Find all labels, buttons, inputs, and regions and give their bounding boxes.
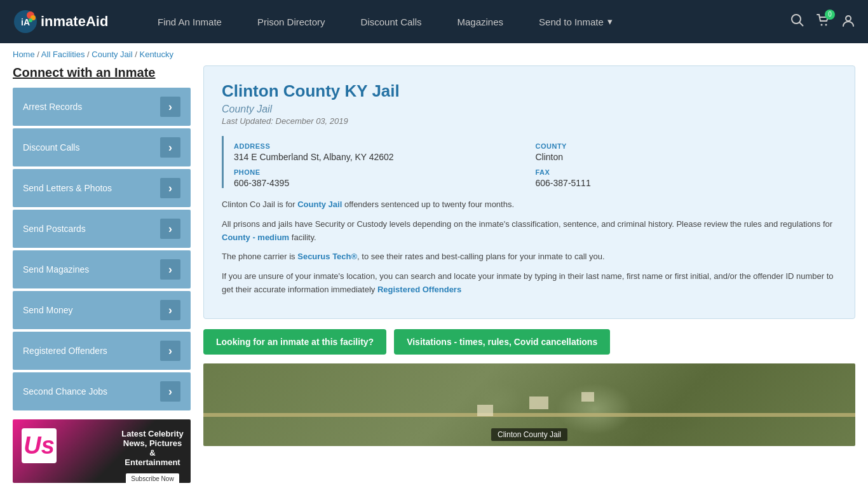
arrow-icon: ›: [160, 300, 180, 320]
action-buttons: Looking for an inmate at this facility? …: [203, 329, 855, 355]
logo-icon: iA: [13, 9, 38, 34]
facility-info-grid: ADDRESS 314 E Cumberland St, Albany, KY …: [222, 136, 837, 188]
fax-value: 606-387-5111: [536, 178, 837, 188]
arrow-icon: ›: [160, 381, 180, 402]
phone-value: 606-387-4395: [234, 178, 536, 188]
facility-desc-3: The phone carrier is Securus Tech®, to s…: [222, 250, 837, 264]
facility-desc-4: If you are unsure of your inmate's locat…: [222, 270, 837, 297]
facility-last-updated: Last Updated: December 03, 2019: [222, 116, 837, 126]
svg-point-8: [825, 24, 827, 25]
ad-text: Latest Celebrity News, Pictures & Entert…: [121, 429, 184, 483]
address-label: ADDRESS: [234, 142, 536, 150]
sidebar-item-arrest-records[interactable]: Arrest Records ›: [13, 88, 191, 126]
cart-count: 0: [825, 10, 835, 20]
arrow-icon: ›: [160, 178, 180, 198]
sidebar-item-second-chance-jobs[interactable]: Second Chance Jobs ›: [13, 372, 191, 410]
main-content: Clinton County KY Jail County Jail Last …: [203, 65, 855, 483]
sidebar-title: Connect with an Inmate: [13, 65, 191, 80]
sidebar-item-discount-calls[interactable]: Discount Calls ›: [13, 128, 191, 166]
cart-icon[interactable]: 0: [816, 13, 830, 30]
breadcrumb: Home / All Facilities / County Jail / Ke…: [0, 43, 868, 65]
nav-magazines[interactable]: Magazines: [439, 0, 521, 43]
logo[interactable]: iA inmateAid: [13, 9, 114, 34]
svg-point-7: [821, 24, 823, 25]
map-building: [529, 396, 548, 409]
sidebar-ad[interactable]: Us Latest Celebrity News, Pictures & Ent…: [13, 419, 191, 483]
svg-point-4: [29, 18, 32, 22]
securus-link[interactable]: Securus Tech®: [297, 252, 357, 261]
nav-discount-calls[interactable]: Discount Calls: [343, 0, 440, 43]
visitations-button[interactable]: Visitations - times, rules, Covid cancel…: [394, 329, 610, 355]
breadcrumb-county-jail[interactable]: County Jail: [92, 50, 132, 59]
svg-text:iA: iA: [21, 17, 30, 27]
breadcrumb-kentucky[interactable]: Kentucky: [139, 50, 173, 59]
facility-desc-2: All prisons and jails have Security or C…: [222, 218, 837, 245]
arrow-icon: ›: [160, 97, 180, 117]
county-block: COUNTY Clinton: [536, 136, 837, 162]
find-inmate-button[interactable]: Looking for an inmate at this facility?: [203, 329, 386, 355]
sidebar-item-send-money[interactable]: Send Money ›: [13, 291, 191, 329]
nav-prison-directory[interactable]: Prison Directory: [240, 0, 343, 43]
county-medium-link[interactable]: County - medium: [222, 233, 289, 242]
facility-desc-1: Clinton Co Jail is for County Jail offen…: [222, 198, 837, 212]
breadcrumb-home[interactable]: Home: [13, 50, 35, 59]
map-road-horizontal: [203, 413, 855, 417]
svg-point-5: [792, 15, 801, 24]
sidebar-item-send-letters[interactable]: Send Letters & Photos ›: [13, 169, 191, 207]
header: iA inmateAid Find An Inmate Prison Direc…: [0, 0, 868, 43]
nav-send-to-inmate[interactable]: Send to Inmate ▾: [521, 0, 630, 43]
nav-find-inmate[interactable]: Find An Inmate: [140, 0, 240, 43]
address-block: ADDRESS 314 E Cumberland St, Albany, KY …: [234, 136, 536, 162]
arrow-icon: ›: [160, 259, 180, 280]
arrow-icon: ›: [160, 341, 180, 361]
main-nav: Find An Inmate Prison Directory Discount…: [140, 0, 784, 43]
breadcrumb-all-facilities[interactable]: All Facilities: [41, 50, 85, 59]
ad-logo: Us: [22, 428, 57, 463]
county-jail-link[interactable]: County Jail: [297, 200, 342, 209]
fax-block: FAX 606-387-5111: [536, 162, 837, 188]
main-layout: Connect with an Inmate Arrest Records › …: [0, 65, 868, 488]
map-building-2: [581, 392, 594, 402]
facility-card: Clinton County KY Jail County Jail Last …: [203, 65, 855, 319]
facility-type: County Jail: [222, 104, 837, 115]
arrow-icon: ›: [160, 137, 180, 158]
map-label: Clinton County Jail: [491, 428, 567, 441]
sidebar-item-registered-offenders[interactable]: Registered Offenders ›: [13, 332, 191, 370]
phone-block: PHONE 606-387-4395: [234, 162, 536, 188]
ad-subscribe-button[interactable]: Subscribe Now: [126, 473, 179, 483]
dropdown-arrow-icon: ▾: [607, 16, 613, 27]
facility-map: Clinton County Jail: [203, 363, 855, 446]
logo-text: inmateAid: [41, 13, 108, 30]
address-value: 314 E Cumberland St, Albany, KY 42602: [234, 152, 536, 162]
sidebar-item-send-magazines[interactable]: Send Magazines ›: [13, 250, 191, 288]
sidebar-item-send-postcards[interactable]: Send Postcards ›: [13, 210, 191, 248]
svg-point-9: [846, 16, 851, 21]
search-icon[interactable]: [790, 13, 804, 30]
fax-label: FAX: [536, 168, 837, 176]
map-building-3: [477, 405, 493, 416]
registered-offenders-link[interactable]: Registered Offenders: [377, 285, 461, 294]
arrow-icon: ›: [160, 219, 180, 239]
header-icons: 0: [790, 13, 855, 30]
facility-title: Clinton County KY Jail: [222, 81, 837, 101]
county-label: COUNTY: [536, 142, 837, 150]
user-icon[interactable]: [841, 13, 855, 30]
phone-label: PHONE: [234, 168, 536, 176]
sidebar: Connect with an Inmate Arrest Records › …: [13, 65, 191, 483]
county-value: Clinton: [536, 152, 837, 162]
svg-line-6: [799, 22, 803, 26]
